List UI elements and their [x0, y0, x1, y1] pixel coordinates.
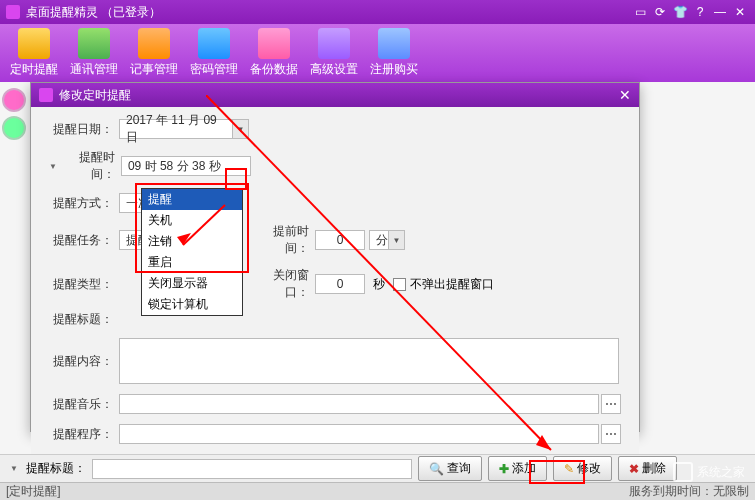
label-date: 提醒日期：: [49, 121, 113, 138]
annotation-box-dropdown-list: [135, 183, 249, 273]
lock-icon: [198, 28, 230, 59]
main-toolbar: 定时提醒 通讯管理 记事管理 密码管理 备份数据 高级设置 注册购买: [0, 24, 755, 82]
contacts-icon: [78, 28, 110, 59]
title-search-input[interactable]: [92, 459, 412, 479]
toolbar-register[interactable]: 注册购买: [370, 28, 418, 78]
date-field[interactable]: 2017 年 11 月 09 日▼: [119, 119, 249, 139]
gear-icon: [318, 28, 350, 59]
label-program: 提醒程序：: [49, 426, 113, 443]
label-time: 提醒时间：: [59, 149, 115, 183]
cart-icon: [378, 28, 410, 59]
annotation-box-add-button: [529, 460, 585, 484]
dialog-close-icon[interactable]: ✕: [619, 87, 631, 103]
search-icon: 🔍: [429, 462, 444, 476]
edit-reminder-dialog: 修改定时提醒 ✕ 提醒日期： 2017 年 11 月 09 日▼ ▼ 提醒时间：…: [30, 82, 640, 432]
side-clock-green-icon[interactable]: [2, 116, 26, 140]
side-clock-pink-icon[interactable]: [2, 88, 26, 112]
toolbar-advanced[interactable]: 高级设置: [310, 28, 358, 78]
toolbar-timed-reminder[interactable]: 定时提醒: [10, 28, 58, 78]
monitor-icon[interactable]: ▭: [631, 3, 649, 21]
bottom-label: 提醒标题：: [26, 460, 86, 477]
toolbar-notes[interactable]: 记事管理: [130, 28, 178, 78]
status-left: [定时提醒]: [6, 483, 61, 500]
dialog-title: 修改定时提醒: [59, 87, 131, 104]
label-mode: 提醒方式：: [49, 195, 113, 212]
task-option-monitor-off[interactable]: 关闭显示器: [142, 273, 242, 294]
watermark: 系统之家: [673, 462, 745, 482]
help-icon[interactable]: ?: [691, 3, 709, 21]
content-textarea[interactable]: [119, 338, 619, 384]
notes-icon: [138, 28, 170, 59]
status-right: 服务到期时间：无限制: [629, 483, 749, 500]
clock-icon: [18, 28, 50, 59]
no-popup-checkbox[interactable]: [393, 278, 406, 291]
program-field[interactable]: [119, 424, 599, 444]
label-advance: 提前时间：: [251, 223, 309, 257]
skin-icon[interactable]: 👕: [671, 3, 689, 21]
window-title: 桌面提醒精灵 （已登录）: [26, 4, 161, 21]
label-music: 提醒音乐：: [49, 396, 113, 413]
x-icon: ✖: [629, 462, 639, 476]
chevron-down-icon[interactable]: ▼: [388, 231, 404, 249]
music-browse-button[interactable]: ⋯: [601, 394, 621, 414]
no-popup-label: 不弹出提醒窗口: [410, 276, 494, 293]
backup-icon: [258, 28, 290, 59]
minimize-icon[interactable]: —: [711, 3, 729, 21]
toolbar-contacts[interactable]: 通讯管理: [70, 28, 118, 78]
delete-button[interactable]: ✖删除: [618, 456, 677, 481]
label-title: 提醒标题：: [49, 311, 113, 328]
task-option-lock[interactable]: 锁定计算机: [142, 294, 242, 315]
close-value-field[interactable]: 0: [315, 274, 365, 294]
program-browse-button[interactable]: ⋯: [601, 424, 621, 444]
plus-icon: ✚: [499, 462, 509, 476]
close-unit-label: 秒: [373, 276, 385, 293]
close-icon[interactable]: ✕: [731, 3, 749, 21]
label-type: 提醒类型：: [49, 276, 113, 293]
query-button[interactable]: 🔍查询: [418, 456, 482, 481]
toolbar-backup[interactable]: 备份数据: [250, 28, 298, 78]
collapse-icon[interactable]: ▼: [49, 162, 57, 171]
toolbar-passwords[interactable]: 密码管理: [190, 28, 238, 78]
collapse-icon[interactable]: ▼: [10, 464, 18, 473]
advance-unit-select[interactable]: 分▼: [369, 230, 405, 250]
label-content: 提醒内容：: [49, 353, 113, 370]
music-field[interactable]: [119, 394, 599, 414]
bottom-bar: ▼ 提醒标题： 🔍查询 ✚添加 ✎修改 ✖删除: [0, 454, 755, 482]
advance-value-field[interactable]: 0: [315, 230, 365, 250]
dialog-logo-icon: [39, 88, 53, 102]
app-logo-icon: [6, 5, 20, 19]
label-close-window: 关闭窗口：: [251, 267, 309, 301]
chevron-down-icon[interactable]: ▼: [232, 120, 248, 138]
house-icon: [673, 462, 693, 482]
refresh-icon[interactable]: ⟳: [651, 3, 669, 21]
label-task: 提醒任务：: [49, 232, 113, 249]
